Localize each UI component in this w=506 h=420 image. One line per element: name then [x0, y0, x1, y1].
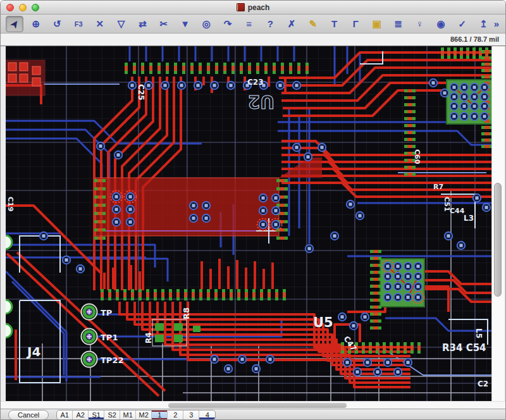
minimize-button[interactable] — [19, 4, 27, 11]
left-gutter — [1, 46, 6, 401]
window-title: peach — [248, 3, 270, 12]
titlebar[interactable]: peach — [1, 1, 505, 15]
menu-tool-icon[interactable]: ≡ — [240, 16, 258, 32]
select-tool-icon[interactable]: ➤ — [6, 16, 23, 32]
pcb-label: TP1 — [101, 333, 118, 342]
pcb-label: TP22 — [101, 355, 124, 365]
cut-tool-icon[interactable]: ✂ — [155, 16, 173, 32]
pcb-label: R4 — [144, 332, 153, 343]
delete-tool-icon[interactable]: ✗ — [283, 16, 300, 32]
layer-tab-M2[interactable]: M2 — [136, 411, 152, 419]
probe-tool-icon[interactable]: ◎ — [197, 16, 215, 32]
layer-tab-S1[interactable]: S1 — [89, 411, 104, 419]
layer-tab-M1[interactable]: M1 — [120, 411, 136, 419]
content-area: C25C23U2C60R7C51C44L3C19TPTP1TP22J4R4R8U… — [1, 46, 505, 401]
layer-tab-S2[interactable]: S2 — [104, 411, 120, 419]
pcb-artwork: C25C23U2C60R7C51C44L3C19TPTP1TP22J4R4R8U… — [6, 46, 491, 401]
bottom-bar: Cancel A1A2S1S2M1M21234 — [1, 409, 505, 420]
pcb-label: U2 — [248, 91, 275, 112]
route-tool-icon[interactable]: ⇄ — [133, 16, 151, 32]
close-button[interactable] — [6, 4, 14, 11]
document-icon — [237, 3, 245, 11]
pcb-label: R7 — [433, 183, 443, 191]
text-tool-icon[interactable]: T — [326, 16, 343, 32]
test-points — [82, 304, 97, 368]
vertical-scrollbar-thumb[interactable] — [494, 183, 502, 297]
check-tool-icon[interactable]: ✓ — [454, 16, 471, 32]
pcb-label: R8 — [182, 307, 191, 319]
help-tool-icon[interactable]: ? — [261, 16, 279, 32]
right-edge — [504, 46, 505, 401]
pin-tool-icon[interactable]: ♀ — [410, 16, 428, 32]
pcb-label: C44 — [450, 207, 465, 215]
pcb-label: TP — [101, 308, 112, 318]
layer-tab-A2[interactable]: A2 — [73, 411, 89, 419]
array-tool-icon[interactable]: ≣ — [390, 16, 407, 32]
layer-tab-1[interactable]: 1 — [152, 411, 168, 419]
red-pad-cluster — [6, 60, 45, 96]
statusbar: 866.1 / 78.7 mil — [1, 34, 505, 46]
pcb-label: C25 — [137, 84, 145, 101]
pencil-tool-icon[interactable]: ✎ — [304, 16, 322, 32]
layer-tab-A1[interactable]: A1 — [57, 411, 73, 419]
horizontal-scrollbar[interactable] — [1, 401, 505, 409]
layer-tab-2[interactable]: 2 — [168, 411, 183, 419]
pcb-label: L5 — [474, 328, 483, 338]
spin-tool-icon[interactable]: ◉ — [432, 16, 450, 32]
pcb-label: J4 — [26, 344, 40, 359]
layer-segments: A1A2S1S2M1M21234 — [56, 410, 216, 420]
pcb-label: C19 — [6, 197, 15, 211]
rotate-tool-icon[interactable]: ↺ — [48, 16, 66, 32]
pcb-label: C2 — [478, 380, 488, 388]
app-window: peach ➤⊕↺F3✕▽⇄✂▼◎↷≡?✗✎TΓ▣≣♀◉✓↥ » 866.1 /… — [0, 0, 506, 420]
layer-tab-4[interactable]: 4 — [199, 411, 215, 419]
pcb-label: C23 — [247, 78, 264, 87]
footprint-tool-icon[interactable]: F3 — [70, 16, 87, 32]
horizontal-scrollbar-thumb[interactable] — [168, 403, 347, 408]
toolbar: ➤⊕↺F3✕▽⇄✂▼◎↷≡?✗✎TΓ▣≣♀◉✓↥ » — [1, 15, 505, 34]
capture-tool-icon[interactable]: ▣ — [368, 16, 386, 32]
pcb-label: R34 C54 — [442, 342, 486, 354]
traffic-lights — [6, 4, 39, 11]
pcb-label: U5 — [313, 315, 333, 330]
drop-via-tool-icon[interactable]: ▼ — [176, 16, 194, 32]
toolbar-overflow-icon[interactable]: » — [493, 18, 500, 29]
zoom-button[interactable] — [32, 4, 39, 11]
pcb-canvas[interactable]: C25C23U2C60R7C51C44L3C19TPTP1TP22J4R4R8U… — [6, 46, 491, 401]
corner-tool-icon[interactable]: Γ — [347, 16, 364, 32]
zoom-tool-icon[interactable]: ⊕ — [27, 16, 45, 32]
title-group: peach — [237, 3, 270, 12]
arc-tool-icon[interactable]: ↷ — [219, 16, 237, 32]
pcb-label: C60 — [413, 149, 421, 164]
vertical-scrollbar[interactable] — [491, 46, 504, 401]
layer-tab-3[interactable]: 3 — [183, 411, 199, 419]
pcb-label: L3 — [464, 214, 474, 223]
jumper-tool-icon[interactable]: ✕ — [91, 16, 109, 32]
align-tool-icon[interactable]: ↥ — [474, 16, 492, 32]
toolbar-tools: ➤⊕↺F3✕▽⇄✂▼◎↷≡?✗✎TΓ▣≣♀◉✓↥ — [6, 16, 493, 32]
coordinate-readout: 866.1 / 78.7 mil — [450, 35, 499, 43]
cancel-button[interactable]: Cancel — [8, 410, 49, 420]
via-tool-icon[interactable]: ▽ — [113, 16, 130, 32]
